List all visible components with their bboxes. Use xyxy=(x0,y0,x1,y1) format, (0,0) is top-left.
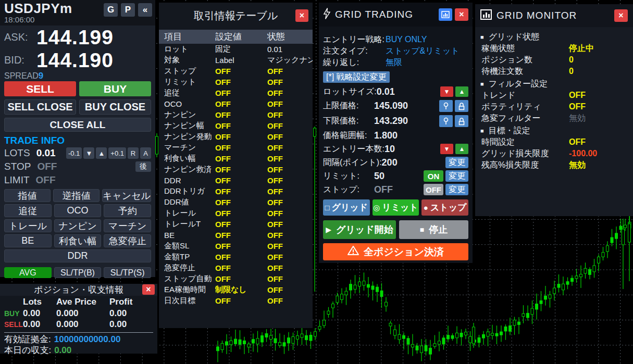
table-row: DDRトリガOFFOFF xyxy=(159,186,313,197)
spread-value: 9 xyxy=(39,71,43,81)
buy-close-button[interactable]: BUY CLOSE xyxy=(79,99,151,115)
p-button[interactable]: P xyxy=(121,3,135,17)
stop-value: OFF xyxy=(374,184,393,195)
grid-stop-button[interactable]: ■ 停止 xyxy=(399,220,468,239)
buy-button[interactable]: BUY xyxy=(79,81,151,96)
order-grid-button[interactable]: マーチン xyxy=(104,219,151,232)
lot-increase-icon[interactable]: ▲ xyxy=(455,86,468,97)
order-grid-button[interactable]: キャンセル xyxy=(102,189,151,202)
setting-cell: OFF xyxy=(215,274,267,283)
stop-mode-button[interactable]: ●ストップ xyxy=(421,199,468,216)
after-button[interactable]: 後 xyxy=(135,161,151,172)
unlock-icon[interactable] xyxy=(439,100,453,112)
info-label: 注文タイプ: xyxy=(323,46,386,57)
side-label: SELL xyxy=(4,320,23,329)
setting-cell: OFF xyxy=(215,296,267,305)
monitor-label: 待機注文数 xyxy=(481,66,569,77)
setting-cell: OFF xyxy=(215,176,267,185)
lot-reverse-button[interactable]: R xyxy=(128,147,139,159)
lot-increase-button[interactable]: +0.1 xyxy=(108,147,126,159)
monitor-value: OFF xyxy=(569,137,586,147)
sell-close-button[interactable]: SELL CLOSE xyxy=(4,99,76,115)
item-cell: ナンピン xyxy=(164,110,215,120)
order-grid-button[interactable]: 予約 xyxy=(104,204,151,217)
collapse-button[interactable]: « xyxy=(138,3,152,17)
upper-price-row: 上限価格: 145.090 xyxy=(323,98,468,114)
table-row: マーチンOFFOFF xyxy=(159,142,313,153)
order-grid-button[interactable]: 追従 xyxy=(4,204,52,217)
lot-auto-button[interactable]: A xyxy=(140,147,151,159)
state-cell: OFF xyxy=(267,67,313,76)
equity-row: 有効証拠金: 10000000000.00 xyxy=(0,334,157,345)
monitor-label: 残高%損失限度 xyxy=(481,160,569,171)
lock-icon[interactable] xyxy=(455,100,468,112)
sltp-b-button[interactable]: SL/TP(B) xyxy=(54,267,102,278)
lot-size-label: ロットサイズ: xyxy=(323,86,377,97)
order-grid-button[interactable]: BE xyxy=(4,234,52,247)
g-button[interactable]: G xyxy=(104,3,118,17)
sltp-s-button[interactable]: SL/TP(S) xyxy=(104,267,151,278)
grid-trading-panel: GRID TRADING × エントリー戦略:BUY ONLY注文タイプ:ストッ… xyxy=(319,3,473,263)
close-all-button[interactable]: CLOSE ALL xyxy=(4,118,151,132)
strategy-settings-button[interactable]: [*] 戦略設定変更 xyxy=(323,71,390,83)
table-row: トレールTOFFOFF xyxy=(159,219,313,230)
lot-decrease-button[interactable]: -0.1 xyxy=(66,147,82,159)
stop-row: STOP OFF 後 xyxy=(0,160,155,173)
setting-cell: OFF xyxy=(215,154,267,163)
setting-cell: OFF xyxy=(215,198,267,207)
order-grid-button[interactable]: 急変停止 xyxy=(104,234,151,247)
order-grid-button[interactable]: OCO xyxy=(54,204,102,217)
profit-cell: 0.00 xyxy=(109,308,153,319)
item-cell: ロット xyxy=(164,44,215,54)
monitor-label: ボラティリティ xyxy=(481,102,569,112)
close-icon[interactable]: × xyxy=(614,9,628,22)
close-icon[interactable]: × xyxy=(295,9,308,22)
count-increase-icon[interactable]: ▲ xyxy=(455,144,468,154)
entry-count-value: 10 xyxy=(384,144,395,155)
order-grid-button[interactable]: 利食い幅 xyxy=(54,234,102,247)
bid-row: BID: 144.190 xyxy=(0,48,155,71)
order-grid-row: BE利食い幅急変停止 xyxy=(4,234,151,247)
state-cell: マジックナンバー xyxy=(267,55,313,65)
stop-change-button[interactable]: 変更 xyxy=(445,184,468,195)
stop-toggle-button[interactable]: OFF xyxy=(424,184,443,195)
limit-change-button[interactable]: 変更 xyxy=(445,170,468,182)
grid-start-button[interactable]: ▶ グリッド開始 xyxy=(323,220,396,239)
interval-change-button[interactable]: 変更 xyxy=(445,157,468,168)
ddr-button[interactable]: DDR xyxy=(4,249,151,262)
state-cell: OFF xyxy=(267,143,313,152)
setting-cell: OFF xyxy=(215,187,267,196)
order-panel-header: USDJPYm 18:06:00 GP« xyxy=(0,0,155,26)
close-icon[interactable]: × xyxy=(455,8,468,21)
グリッド-icon: □ xyxy=(325,203,330,212)
sell-button[interactable]: SELL xyxy=(4,81,76,96)
lot-decrease-icon[interactable]: ▼ xyxy=(440,86,453,97)
lot-up-icon[interactable]: ▲ xyxy=(96,147,107,159)
lot-down-icon[interactable]: ▼ xyxy=(83,147,94,159)
item-cell: 金額SL xyxy=(164,241,215,251)
table-row: ロット固定0.01 xyxy=(159,44,313,55)
grid-monitor-panel: GRID MONITOR × ■グリッド状態稼働状態停止中ポジション数0待機注文… xyxy=(475,4,633,216)
state-cell: OFF xyxy=(267,209,313,218)
grid-mode-button[interactable]: □グリッド xyxy=(323,199,370,216)
close-all-positions-button[interactable]: 全ポジション決済 xyxy=(323,243,468,260)
avg-button[interactable]: AVG xyxy=(4,267,52,278)
setting-cell: 制限なし xyxy=(215,285,267,295)
monitor-row: 待機注文数0 xyxy=(480,66,628,77)
chart-icon[interactable] xyxy=(439,8,452,21)
order-grid-button[interactable]: トレール xyxy=(4,219,52,232)
close-icon[interactable]: × xyxy=(142,284,155,295)
limit-mode-button[interactable]: ◎リミット xyxy=(373,199,419,216)
lots-label: LOTS xyxy=(4,147,30,159)
lock-icon[interactable] xyxy=(455,115,468,127)
limit-row: LIMIT OFF xyxy=(0,173,155,187)
count-decrease-icon[interactable]: ▼ xyxy=(440,144,453,154)
limit-toggle-button[interactable]: ON xyxy=(424,170,443,182)
monitor-label: 急変フィルター xyxy=(481,113,569,124)
order-grid-button[interactable]: 指値 xyxy=(4,189,51,202)
order-grid-button[interactable]: 逆指値 xyxy=(53,189,100,202)
unlock-icon[interactable] xyxy=(439,115,453,127)
table-rows: ロット固定0.01対象LabelマジックナンバーストップOFFOFFリミットOF… xyxy=(159,44,313,306)
order-grid-button[interactable]: ナンピン xyxy=(54,219,102,232)
spread-label: SPREAD xyxy=(4,71,39,81)
